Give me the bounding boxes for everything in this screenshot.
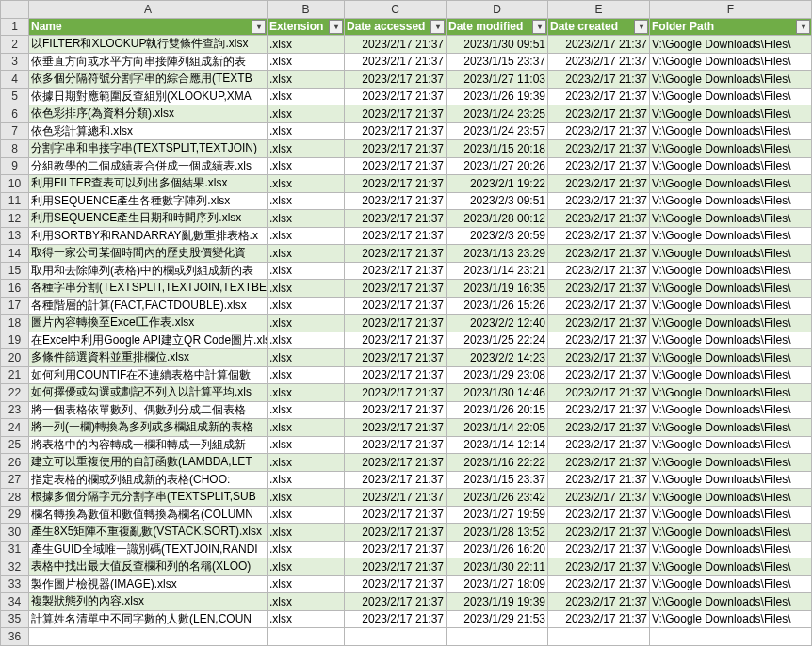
cell[interactable]: .xlsx <box>268 175 345 193</box>
cell[interactable]: V:\Google Downloads\Files\ <box>650 105 812 123</box>
cell[interactable]: 2023/2/17 21:37 <box>548 506 650 524</box>
cell[interactable]: 2023/1/24 23:25 <box>447 105 548 123</box>
column-header-A[interactable]: A <box>29 1 268 19</box>
cell[interactable]: 2023/2/17 21:37 <box>345 558 447 576</box>
cell[interactable]: 製作圖片檢視器(IMAGE).xlsx <box>29 575 268 593</box>
cell[interactable]: 2023/2/17 21:37 <box>548 192 650 210</box>
cell[interactable]: 2023/1/19 19:39 <box>447 593 548 611</box>
row-header-26[interactable]: 26 <box>1 454 29 472</box>
row-header-10[interactable]: 10 <box>1 175 29 193</box>
empty-cell[interactable] <box>447 628 548 646</box>
cell[interactable]: 依色彩排序(為資料分類).xlsx <box>29 105 268 123</box>
cell[interactable]: .xlsx <box>268 122 345 140</box>
cell[interactable]: 2023/2/17 21:37 <box>345 71 447 89</box>
cell[interactable]: 2023/2/17 21:37 <box>548 524 650 542</box>
cell[interactable]: 多條件篩選資料並重排欄位.xlsx <box>29 349 268 367</box>
row-header-35[interactable]: 35 <box>1 610 29 628</box>
cell[interactable]: 取用和去除陣列(表格)中的欄或列組成新的表 <box>29 262 268 280</box>
cell[interactable]: V:\Google Downloads\Files\ <box>650 471 812 489</box>
select-all-corner[interactable] <box>1 1 29 19</box>
row-header-12[interactable]: 12 <box>1 210 29 228</box>
cell[interactable]: .xlsx <box>268 436 345 454</box>
cell[interactable]: .xlsx <box>268 88 345 105</box>
cell[interactable]: 2023/2/17 21:37 <box>548 36 650 54</box>
column-header-C[interactable]: C <box>345 1 447 19</box>
column-header-E[interactable]: E <box>548 1 650 19</box>
empty-cell[interactable] <box>345 628 447 646</box>
cell[interactable]: .xlsx <box>268 506 345 524</box>
cell[interactable]: V:\Google Downloads\Files\ <box>650 593 812 611</box>
cell[interactable]: .xlsx <box>268 349 345 367</box>
cell[interactable]: V:\Google Downloads\Files\ <box>650 558 812 576</box>
cell[interactable]: 2023/1/13 23:29 <box>447 245 548 263</box>
cell[interactable]: 2023/2/17 21:37 <box>345 471 447 489</box>
row-header-15[interactable]: 15 <box>1 262 29 280</box>
cell[interactable]: 2023/2/17 21:37 <box>548 454 650 472</box>
cell[interactable]: V:\Google Downloads\Files\ <box>650 245 812 263</box>
cell[interactable]: .xlsx <box>268 332 345 349</box>
cell[interactable]: V:\Google Downloads\Files\ <box>650 524 812 542</box>
row-header-7[interactable]: 7 <box>1 122 29 140</box>
cell[interactable]: .xlsx <box>268 366 345 384</box>
cell[interactable]: .xlsx <box>268 593 345 611</box>
cell[interactable]: 2023/2/17 21:37 <box>345 401 447 419</box>
cell[interactable]: 2023/1/14 23:21 <box>447 262 548 280</box>
row-header-2[interactable]: 2 <box>1 36 29 54</box>
cell[interactable]: 利用SORTBY和RANDARRAY亂數重排表格.x <box>29 227 268 245</box>
cell[interactable]: V:\Google Downloads\Files\ <box>650 88 812 105</box>
cell[interactable]: V:\Google Downloads\Files\ <box>650 349 812 367</box>
cell[interactable]: 2023/2/17 21:37 <box>345 349 447 367</box>
cell[interactable]: 2023/2/17 21:37 <box>345 175 447 193</box>
cell[interactable]: 2023/2/17 21:37 <box>548 245 650 263</box>
cell[interactable]: 2023/1/27 18:09 <box>447 575 548 593</box>
row-header-5[interactable]: 5 <box>1 88 29 105</box>
cell[interactable]: 計算姓名清單中不同字數的人數(LEN,COUN <box>29 610 268 628</box>
cell[interactable]: 2023/2/17 21:37 <box>345 524 447 542</box>
cell[interactable]: 2023/2/17 21:37 <box>548 593 650 611</box>
cell[interactable]: V:\Google Downloads\Files\ <box>650 210 812 228</box>
cell[interactable]: 2023/2/17 21:37 <box>548 610 650 628</box>
cell[interactable]: 2023/2/17 21:37 <box>345 105 447 123</box>
cell[interactable]: 依多個分隔符號分割字串的綜合應用(TEXTB <box>29 71 268 89</box>
cell[interactable]: 2023/2/3 20:59 <box>447 227 548 245</box>
cell[interactable]: 2023/2/17 21:37 <box>548 541 650 558</box>
cell[interactable]: 利用FILTER查表可以列出多個結果.xlsx <box>29 175 268 193</box>
cell[interactable]: .xlsx <box>268 471 345 489</box>
cell[interactable]: 2023/2/17 21:37 <box>345 122 447 140</box>
cell[interactable]: .xlsx <box>268 558 345 576</box>
cell[interactable]: V:\Google Downloads\Files\ <box>650 436 812 454</box>
row-header-29[interactable]: 29 <box>1 506 29 524</box>
cell[interactable]: 圖片內容轉換至Excel工作表.xlsx <box>29 315 268 332</box>
cell[interactable]: 2023/2/17 21:37 <box>345 506 447 524</box>
cell[interactable]: 欄名轉換為數值和數值轉換為欄名(COLUMN <box>29 506 268 524</box>
cell[interactable]: 將表格中的內容轉成一欄和轉成一列組成新 <box>29 436 268 454</box>
cell[interactable]: .xlsx <box>268 262 345 280</box>
row-header-27[interactable]: 27 <box>1 471 29 489</box>
cell[interactable]: 2023/2/17 21:37 <box>548 157 650 175</box>
filter-dropdown-icon[interactable]: ▾ <box>532 20 546 34</box>
cell[interactable]: 2023/2/17 21:37 <box>345 245 447 263</box>
cell[interactable]: V:\Google Downloads\Files\ <box>650 297 812 315</box>
row-header-21[interactable]: 21 <box>1 366 29 384</box>
row-header-24[interactable]: 24 <box>1 419 29 437</box>
cell[interactable]: .xlsx <box>268 227 345 245</box>
cell[interactable]: 複製狀態列的內容.xlsx <box>29 593 268 611</box>
cell[interactable]: 2023/1/26 19:39 <box>447 88 548 105</box>
cell[interactable]: 2023/2/17 21:37 <box>548 227 650 245</box>
row-header-20[interactable]: 20 <box>1 349 29 367</box>
cell[interactable]: 2023/1/27 19:59 <box>447 506 548 524</box>
cell[interactable]: 2023/2/17 21:37 <box>548 122 650 140</box>
table-header-date-modified[interactable]: Date modified▾ <box>447 18 548 36</box>
cell[interactable]: 2023/1/15 20:18 <box>447 140 548 158</box>
cell[interactable]: V:\Google Downloads\Files\ <box>650 36 812 54</box>
cell[interactable]: V:\Google Downloads\Files\ <box>650 192 812 210</box>
row-header-22[interactable]: 22 <box>1 384 29 402</box>
cell[interactable]: 2023/1/26 16:20 <box>447 541 548 558</box>
cell[interactable]: 將一列(一欄)轉換為多列或多欄組成新的表格 <box>29 419 268 437</box>
cell[interactable]: 2023/1/14 12:14 <box>447 436 548 454</box>
cell[interactable]: 如何利用COUNTIF在不連續表格中計算個數 <box>29 366 268 384</box>
cell[interactable]: 2023/2/17 21:37 <box>345 157 447 175</box>
cell[interactable]: .xlsx <box>268 610 345 628</box>
cell[interactable]: V:\Google Downloads\Files\ <box>650 401 812 419</box>
cell[interactable]: 2023/2/2 14:23 <box>447 349 548 367</box>
